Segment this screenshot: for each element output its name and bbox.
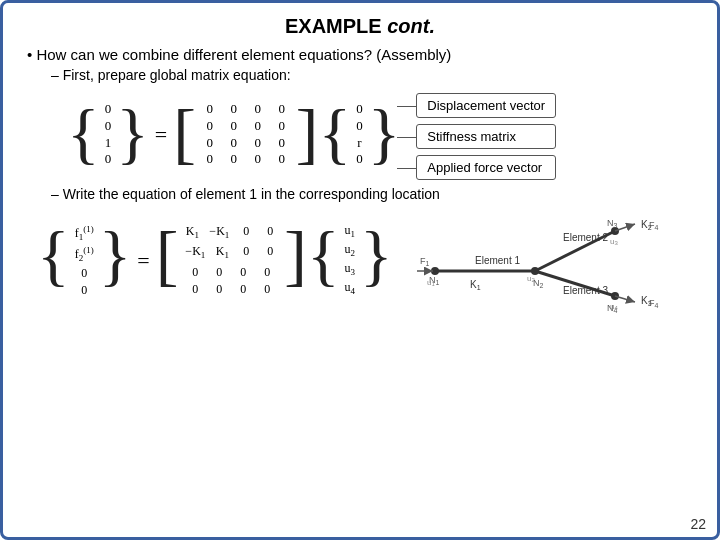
bracket-left-6: { [307,221,340,301]
title-text: EXAMPLE [285,15,382,37]
sub2-text: Write the equation of element 1 in the c… [63,186,440,202]
bullet-section-1: • How can we combine different element e… [27,46,693,316]
k-matrix: [ K1−K100 −K1K100 0000 0000 ] [156,221,307,301]
svg-point-4 [531,267,539,275]
applied-force-label: Applied force vector [427,160,542,175]
bracket-left-5: [ [156,221,179,301]
stiffness-label: Stiffness matrix [427,129,516,144]
callout-area: Displacement vector Stiffness matrix App… [416,93,556,180]
callout-line-3 [397,168,417,169]
svg-line-8 [615,224,635,231]
displacement-vector: { 0 0 r 0 } [319,99,401,171]
matrix-content: 0000 0000 0000 0000 [197,99,295,171]
bullet-main: • How can we combine different element e… [27,46,693,63]
bracket-right-2: ] [296,99,319,171]
applied-force-callout: Applied force vector [416,155,556,180]
svg-text:Element 1: Element 1 [475,255,520,266]
equals-sign: = [155,122,167,148]
svg-line-9 [615,296,635,302]
k-matrix-content: K1−K100 −K1K100 0000 0000 [179,221,283,301]
bracket-left-3: { [319,99,352,171]
bracket-right-4: } [99,221,132,301]
u-vec-numbers: u1 u2 u3 u4 [341,221,360,301]
page: EXAMPLE cont. • How can we combine diffe… [3,3,717,537]
sub-item-2: – Write the equation of element 1 in the… [51,186,693,202]
sub-item-1: – First, prepare global matrix equation: [51,67,693,83]
svg-text:u4: u4 [610,302,618,311]
svg-text:F4: F4 [649,220,659,231]
page-title: EXAMPLE cont. [27,15,693,38]
page-number: 22 [690,516,706,532]
svg-text:F4: F4 [649,298,659,309]
svg-text:F1: F1 [420,256,430,267]
diagram-svg: Element 1 Element 2 Element 3 K2 K3 F1 F… [415,206,675,316]
element-equation: { f1(1) f2(1) 0 0 } = [ K1−K100 −K1K10 [37,221,393,301]
page-number-text: 22 [690,516,706,532]
bracket-left-4: { [37,221,70,301]
displacement-callout: Displacement vector [416,93,556,118]
left-vector: { 0 0 1 0 } [67,99,149,171]
displacement-label: Displacement vector [427,98,545,113]
callout-line-1 [397,106,417,107]
svg-text:Element 3: Element 3 [563,285,608,296]
u-vector: { u1 u2 u3 u4 } [307,221,393,301]
bracket-right-6: } [360,221,393,301]
svg-text:K1: K1 [470,279,481,291]
stiffness-callout: Stiffness matrix [416,124,556,149]
bottom-area: { f1(1) f2(1) 0 0 } = [ K1−K100 −K1K10 [27,206,693,316]
svg-text:N3: N3 [607,218,618,229]
svg-text:u3: u3 [610,237,618,246]
bracket-right-5: ] [284,221,307,301]
stiffness-matrix: [ 0000 0000 0000 0000 ] [173,99,318,171]
force-vec-numbers: f1(1) f2(1) 0 0 [71,221,98,301]
svg-text:u2: u2 [527,274,535,283]
svg-text:Element 2: Element 2 [563,232,608,243]
bullet1-text: How can we combine different element equ… [36,46,451,63]
bracket-left-1: { [67,99,100,171]
left-vec-numbers: 0 0 1 0 [101,99,116,171]
bracket-right-3: } [368,99,401,171]
element-diagram: Element 1 Element 2 Element 3 K2 K3 F1 F… [415,206,693,316]
sub1-text: First, prepare global matrix equation: [63,67,291,83]
title-italic: cont. [387,15,435,37]
right-vec-numbers: 0 0 r 0 [352,99,367,171]
equals-sign-2: = [137,248,149,274]
bracket-left-2: [ [173,99,196,171]
bracket-right-1: } [116,99,149,171]
matrix-equation-block: { 0 0 1 0 } = [ 0000 0000 0000 0000 [67,89,693,180]
callout-line-2 [397,137,417,138]
force-vector: { f1(1) f2(1) 0 0 } [37,221,131,301]
